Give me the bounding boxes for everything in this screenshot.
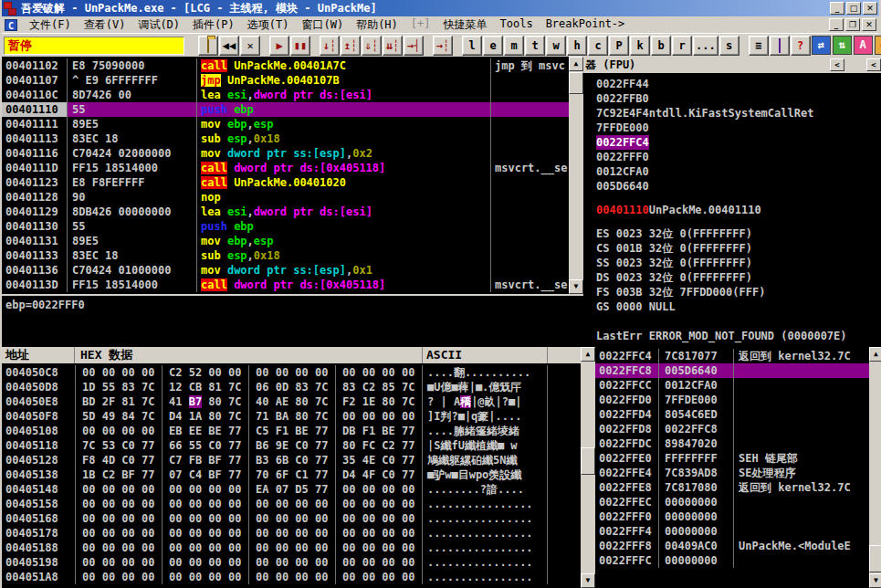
segment-register-row[interactable]: DS 0023 32位 0(FFFFFFFF): [596, 270, 881, 285]
disasm-row[interactable]: 0040111383EC 18sub esp,0x18: [2, 131, 569, 146]
disasm-row[interactable]: 00401116C70424 02000000mov dword ptr ss:…: [2, 146, 569, 161]
mdi-close-button[interactable]: ✕: [862, 18, 876, 31]
scroll-down-icon[interactable]: ▼: [581, 573, 595, 588]
stack-row[interactable]: 0022FFC8005D6640: [595, 363, 869, 378]
disasm-row[interactable]: 0040113383EC 18sub esp,0x18: [2, 248, 569, 263]
appearance-button[interactable]: [770, 36, 790, 56]
register-row[interactable]: 0022FFB0: [596, 91, 881, 106]
mdi-child-icon[interactable]: C: [5, 19, 17, 31]
disasm-row[interactable]: 0040111189E5mov ebp,esp: [2, 117, 569, 131]
scroll-up-icon[interactable]: ▲: [581, 347, 595, 362]
mdi-minimize-button[interactable]: _: [829, 18, 844, 31]
handles-window-button[interactable]: h: [567, 36, 587, 56]
stack-row[interactable]: 0022FFF000000000: [595, 509, 869, 524]
scroll-up-icon[interactable]: ▲: [869, 347, 881, 362]
record-plugin-icon[interactable]: ●: [875, 36, 881, 55]
run-to-user-code-button[interactable]: →┆: [433, 36, 453, 56]
step-into-button[interactable]: ↓┆: [320, 36, 340, 56]
disasm-row[interactable]: 00401102E8 75090000call UnPackMe.00401A7…: [2, 58, 569, 73]
stack-row[interactable]: 0022FFD48054C6ED: [595, 407, 869, 422]
disasm-row[interactable]: 0040110C8D7426 00lea esi,dword ptr ds:[e…: [2, 88, 569, 102]
breakpoints-window-button[interactable]: b: [651, 36, 671, 56]
disassembly-scrollbar[interactable]: ▲ ▼: [569, 57, 583, 294]
help-button[interactable]: ?: [791, 36, 811, 56]
segment-register-row[interactable]: SS 0023 32位 0(FFFFFFFF): [596, 256, 881, 270]
segment-register-row[interactable]: ES 0023 32位 0(FFFFFFFF): [596, 226, 881, 241]
segment-register-row[interactable]: FS 003B 32位 7FFDD000(FFF): [596, 285, 881, 299]
dump-row[interactable]: 0040517800 00 00 0000 00 00 0000 00 00 0…: [2, 526, 581, 541]
stack-row[interactable]: 0022FFC47C817077返回到 kernel32.7C: [595, 349, 869, 363]
source-window-button[interactable]: s: [719, 36, 739, 56]
disasm-row[interactable]: 0040112890nop: [2, 190, 569, 205]
executables-window-button[interactable]: e: [483, 36, 503, 56]
menu-item-5[interactable]: 窗口(W): [295, 16, 350, 34]
scroll-thumb[interactable]: [569, 72, 583, 94]
animate-into-button[interactable]: ⇓┆: [362, 36, 382, 56]
dump-row[interactable]: 0040519800 00 00 0000 00 00 0000 00 00 0…: [2, 555, 581, 570]
scroll-down-icon[interactable]: ▼: [869, 573, 881, 588]
register-row[interactable]: 0012CFA0: [596, 164, 881, 179]
dump-row[interactable]: 004050D81D 55 83 7C12 CB 81 7C06 0D 83 7…: [2, 380, 581, 394]
stack-row[interactable]: 0022FFF400000000: [595, 524, 869, 539]
menu-item-10[interactable]: BreakPoint->: [540, 16, 632, 34]
step-over-button[interactable]: ↥┆: [341, 36, 361, 56]
dump-scrollbar[interactable]: ▲ ▼: [581, 347, 595, 588]
open-file-button[interactable]: [198, 36, 218, 56]
maximize-button[interactable]: □: [846, 2, 861, 15]
lasterr-row[interactable]: LastErr ERROR_MOD_NOT_FOUND (0000007E): [596, 329, 881, 343]
disasm-row[interactable]: 0040113DFF15 18514000call dword ptr ds:[…: [2, 278, 569, 292]
cpu-window-button[interactable]: c: [588, 36, 608, 56]
registers-prev-button[interactable]: <: [830, 58, 844, 71]
memory-window-button[interactable]: m: [504, 36, 524, 56]
disasm-row[interactable]: 0040111055push ebp: [2, 102, 569, 117]
stack-row[interactable]: 0022FFE47C839AD8SE处理程序: [595, 466, 869, 480]
disasm-row[interactable]: 0040111DFF15 18514000call dword ptr ds:[…: [2, 161, 569, 175]
run-trace-window-button[interactable]: ...: [693, 36, 718, 56]
register-row[interactable]: 7C92E4F4 ntdll.KiFastSystemCallRet: [596, 106, 881, 121]
stack-row[interactable]: 0022FFF800409AC0UnPackMe.<ModuleE: [595, 539, 869, 553]
stack-row[interactable]: 0022FFEC00000000: [595, 495, 869, 509]
run-button[interactable]: ▶: [269, 36, 289, 56]
dump-row[interactable]: 004050C800 00 00 00C2 52 00 0000 00 00 0…: [2, 365, 581, 380]
registers-prev2-button[interactable]: <: [866, 58, 881, 71]
disasm-row[interactable]: 004011298DB426 00000000lea esi,dword ptr…: [2, 205, 569, 219]
log-window-button[interactable]: l: [462, 36, 482, 56]
disasm-row[interactable]: 00401107^ E9 6FFFFFFFjmp UnPackMe.004010…: [2, 73, 569, 88]
patches-window-button[interactable]: P: [609, 36, 629, 56]
menu-item-3[interactable]: 插件(P): [186, 16, 241, 34]
dump-row[interactable]: 004051A800 00 00 0000 00 00 0000 00 00 0…: [2, 570, 581, 584]
sync-plugin-icon[interactable]: ⇄: [812, 36, 831, 55]
scroll-thumb[interactable]: [581, 447, 595, 475]
register-row[interactable]: 0022FFF0: [596, 150, 881, 164]
close-button[interactable]: ✕: [863, 2, 877, 15]
register-row[interactable]: 0022FFC4: [596, 135, 881, 150]
animate-over-button[interactable]: ⇊┆: [383, 36, 403, 56]
segment-register-row[interactable]: GS 0000 NULL: [596, 299, 881, 314]
menu-item-6[interactable]: 帮助(H): [350, 16, 404, 34]
menu-item-1[interactable]: 查看(V): [78, 16, 132, 34]
dump-row[interactable]: 0040516800 00 00 0000 00 00 0000 00 00 0…: [2, 511, 581, 526]
menu-item-8[interactable]: 快捷菜单: [437, 16, 494, 34]
dump-row[interactable]: 0040518800 00 00 0000 00 00 0000 00 00 0…: [2, 541, 581, 555]
execute-till-return-button[interactable]: →┤: [404, 36, 424, 56]
updown-plugin-icon[interactable]: ⇅: [833, 36, 852, 55]
stack-row[interactable]: 0022FFE87C817080返回到 kernel32.7C: [595, 480, 869, 495]
stack-row[interactable]: 0022FFDC89847020: [595, 436, 869, 451]
disasm-row[interactable]: 00401136C70424 01000000mov dword ptr ss:…: [2, 263, 569, 278]
dump-row[interactable]: 004051381B C2 BF 7707 C4 BF 7770 6F C1 7…: [2, 467, 581, 482]
dump-row[interactable]: 00405128F8 4D C0 77C7 FB BF 77B3 6B C0 7…: [2, 453, 581, 467]
stack-row[interactable]: 0022FFD07FFDE000: [595, 393, 869, 407]
references-window-button[interactable]: r: [672, 36, 692, 56]
options-list-button[interactable]: ≡: [749, 36, 769, 56]
restart-button[interactable]: ◀◀: [219, 36, 239, 56]
call-stack-window-button[interactable]: k: [630, 36, 650, 56]
dump-row[interactable]: 0040510800 00 00 00EB EE BE 77C5 F1 BE 7…: [2, 424, 581, 438]
stack-row[interactable]: 0022FFFC00000000: [595, 553, 869, 568]
register-row[interactable]: 7FFDE000: [596, 121, 881, 135]
menu-item-2[interactable]: 调试(D): [131, 16, 186, 34]
dump-row[interactable]: 004050E8BD 2F 81 7C41 B7 80 7C40 AE 80 7…: [2, 394, 581, 409]
segment-register-row[interactable]: CS 001B 32位 0(FFFFFFFF): [596, 241, 881, 256]
stack-row[interactable]: 0022FFE0FFFFFFFFSEH 链尾部: [595, 451, 869, 466]
minimize-button[interactable]: _: [830, 2, 844, 15]
dump-row[interactable]: 0040514800 00 00 0000 00 00 00EA 07 D5 7…: [2, 482, 581, 497]
